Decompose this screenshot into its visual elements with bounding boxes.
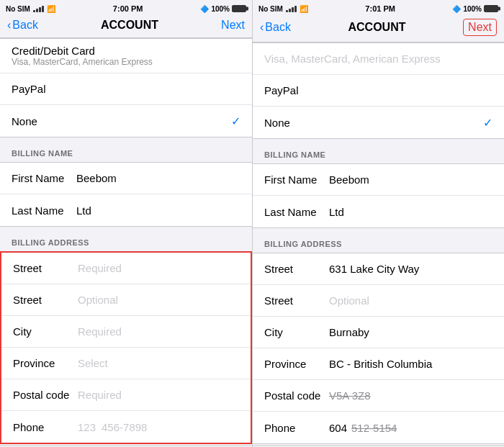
back-chevron-icon: ‹ xyxy=(7,19,11,32)
last-name-label-right: Last Name xyxy=(264,206,329,218)
none-label-right: None xyxy=(264,117,483,129)
paypal-label: PayPal xyxy=(12,83,240,95)
screen-left: No SIM 📶 7:00 PM 🔷 100% ‹ Back ACCOUNT N… xyxy=(0,0,252,447)
billing-address-group-right: Street 631 Lake City Way Street Optional… xyxy=(253,253,504,444)
last-name-value-left: Ltd xyxy=(76,204,240,217)
street2-row-right[interactable]: Street Optional xyxy=(253,285,504,317)
none-label: None xyxy=(12,115,231,127)
phone-row-left[interactable]: Phone 123 456-7898 xyxy=(1,411,251,443)
status-left-right: No SIM 📶 xyxy=(258,5,308,13)
last-name-row-right[interactable]: Last Name Ltd xyxy=(253,196,504,227)
checkmark-icon-right: ✓ xyxy=(483,116,492,130)
first-name-value-left: Beebom xyxy=(76,172,240,184)
street2-placeholder-right: Optional xyxy=(329,294,492,307)
city-label-left: City xyxy=(13,325,78,338)
street1-row-left[interactable]: Street Required xyxy=(1,253,251,284)
wifi-icon: 📶 xyxy=(47,5,55,13)
content-right: Visa, MasterCard, American Express PayPa… xyxy=(253,42,504,447)
first-name-row-left[interactable]: First Name Beebom xyxy=(0,163,252,194)
back-button-left[interactable]: ‹ Back xyxy=(7,19,38,32)
carrier-text: No SIM xyxy=(6,5,30,13)
nav-title-right: ACCOUNT xyxy=(348,21,406,34)
signal-icon xyxy=(33,5,44,12)
billing-address-header-left: BILLING ADDRESS xyxy=(0,228,252,251)
battery-text-right: 100% xyxy=(463,5,482,13)
back-chevron-icon-right: ‹ xyxy=(260,21,264,34)
first-name-label-right: First Name xyxy=(264,173,329,186)
postal-row-left[interactable]: Postal code Required xyxy=(1,379,251,411)
province-row-right[interactable]: Province BC - British Columbia xyxy=(253,348,504,380)
status-bar-right: No SIM 📶 7:01 PM 🔷 100% xyxy=(253,0,504,16)
credit-card-subtitle-right: Visa, MasterCard, American Express xyxy=(264,53,492,65)
city-placeholder-left: Required xyxy=(78,325,239,338)
province-placeholder-left: Select xyxy=(78,357,239,369)
content-left: Credit/Debit Card Visa, MasterCard, Amer… xyxy=(0,38,252,447)
back-button-right[interactable]: ‹ Back xyxy=(260,21,291,34)
screen-right: No SIM 📶 7:01 PM 🔷 100% ‹ Back ACCOUNT N… xyxy=(252,0,504,447)
payment-options-group: Credit/Debit Card Visa, MasterCard, Amer… xyxy=(0,38,252,137)
credit-card-label: Credit/Debit Card xyxy=(12,45,95,57)
next-button-right[interactable]: Next xyxy=(463,19,497,36)
city-label-right: City xyxy=(264,326,329,338)
credit-card-option[interactable]: Credit/Debit Card Visa, MasterCard, Amer… xyxy=(0,39,252,73)
status-bar-left: No SIM 📶 7:00 PM 🔷 100% xyxy=(0,0,252,16)
nav-title-left: ACCOUNT xyxy=(101,19,158,32)
next-button-left[interactable]: Next xyxy=(221,19,245,32)
postal-placeholder-left: Required xyxy=(78,389,239,401)
first-name-row-right[interactable]: First Name Beebom xyxy=(253,164,504,196)
battery-text: 100% xyxy=(211,5,230,13)
phone-number-left: 456-7898 xyxy=(102,421,147,433)
street1-value-right: 631 Lake City Way xyxy=(329,263,492,275)
phone-number-right: 512-5154 xyxy=(351,422,397,434)
postal-value-right: V5A 3Z8 xyxy=(329,389,492,402)
signal-bar-4 xyxy=(42,6,44,12)
back-label-right: Back xyxy=(265,21,291,34)
credit-card-subtitle-row: Visa, MasterCard, American Express xyxy=(253,43,504,75)
battery-icon-right xyxy=(484,5,498,12)
billing-name-header-left: BILLING NAME xyxy=(0,139,252,162)
city-row-right[interactable]: City Burnaby xyxy=(253,317,504,348)
wifi-icon-right: 📶 xyxy=(300,5,308,13)
phone-label-right: Phone xyxy=(264,422,329,434)
last-name-label-left: Last Name xyxy=(12,204,76,217)
street2-label-right: Street xyxy=(264,294,329,307)
credit-card-subtitle: Visa, MasterCard, American Express xyxy=(12,57,153,67)
back-label-left: Back xyxy=(12,19,38,32)
signal-bar-r1 xyxy=(286,10,288,12)
first-name-label-left: First Name xyxy=(12,172,76,184)
billing-name-header-right: BILLING NAME xyxy=(253,140,504,163)
nav-bar-right: ‹ Back ACCOUNT Next xyxy=(253,16,504,42)
checkmark-icon: ✓ xyxy=(231,114,240,128)
status-right-right: 🔷 100% xyxy=(452,5,498,13)
paypal-option[interactable]: PayPal xyxy=(0,73,252,105)
payment-options-group-right: Visa, MasterCard, American Express PayPa… xyxy=(253,42,504,139)
phone-input-right: 604 512-5154 xyxy=(329,422,397,434)
phone-label-left: Phone xyxy=(13,421,78,433)
none-option[interactable]: None ✓ xyxy=(0,105,252,137)
signal-bar-r4 xyxy=(294,6,297,12)
last-name-row-left[interactable]: Last Name Ltd xyxy=(0,194,252,226)
province-row-left[interactable]: Province Select xyxy=(1,348,251,379)
province-label-left: Province xyxy=(13,357,78,369)
first-name-value-right: Beebom xyxy=(329,173,492,186)
signal-bar-r2 xyxy=(289,9,291,12)
street2-label-left: Street xyxy=(13,294,78,306)
billing-address-header-right: BILLING ADDRESS xyxy=(253,230,504,253)
paypal-option-right[interactable]: PayPal xyxy=(253,75,504,107)
province-value-right: BC - British Columbia xyxy=(329,358,492,370)
bluetooth-icon-right: 🔷 xyxy=(452,5,461,13)
street1-row-right[interactable]: Street 631 Lake City Way xyxy=(253,253,504,285)
status-right: 🔷 100% xyxy=(200,5,246,13)
signal-icon-right xyxy=(286,5,297,12)
last-name-value-right: Ltd xyxy=(329,206,492,218)
none-option-right[interactable]: None ✓ xyxy=(253,107,504,138)
postal-label-right: Postal code xyxy=(264,389,329,402)
phone-row-right[interactable]: Phone 604 512-5154 xyxy=(253,412,504,443)
city-row-left[interactable]: City Required xyxy=(1,316,251,348)
phone-area-left: 123 xyxy=(78,421,96,433)
phone-input-left: 123 456-7898 xyxy=(78,421,147,433)
billing-address-group-left: Street Required Street Optional City Req… xyxy=(0,251,252,444)
street2-row-left[interactable]: Street Optional xyxy=(1,284,251,316)
battery-icon xyxy=(232,5,246,12)
postal-row-right[interactable]: Postal code V5A 3Z8 xyxy=(253,380,504,412)
